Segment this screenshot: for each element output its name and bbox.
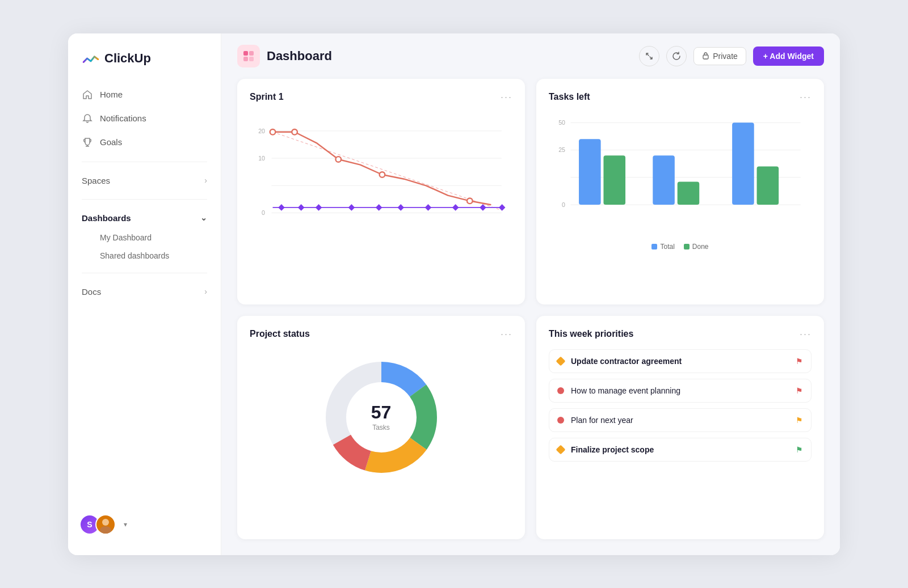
svg-line-16 — [273, 132, 502, 210]
logo[interactable]: ClickUp — [68, 49, 221, 83]
svg-text:0: 0 — [562, 201, 565, 208]
sidebar-item-shared-dashboards-label: Shared dashboards — [100, 251, 169, 260]
page-title: Dashboard — [267, 49, 332, 64]
avatar-photo — [95, 514, 116, 535]
priority-indicator-1 — [556, 356, 566, 366]
svg-point-20 — [380, 172, 385, 177]
svg-rect-45 — [757, 166, 779, 205]
donut-label: Tasks — [371, 424, 392, 432]
svg-rect-41 — [603, 155, 625, 205]
svg-rect-7 — [249, 57, 254, 61]
dashboard-grid: Sprint 1 ··· 20 10 0 — [221, 79, 840, 555]
sprint-widget-title: Sprint 1 — [250, 92, 284, 102]
tasks-left-widget-title: Tasks left — [549, 92, 590, 102]
priority-name-1: Update contractor agreement — [571, 357, 682, 366]
sidebar-section-dashboards-label: Dashboards — [82, 213, 131, 223]
bar-chart-svg: 50 25 0 — [549, 112, 812, 237]
svg-point-2 — [102, 519, 109, 526]
svg-marker-23 — [278, 204, 285, 211]
donut-number: 57 — [371, 403, 392, 421]
sidebar-item-shared-dashboards[interactable]: Shared dashboards — [75, 247, 214, 265]
add-widget-button[interactable]: + Add Widget — [753, 46, 824, 66]
priority-flag-4: ⚑ — [796, 445, 803, 454]
svg-rect-4 — [243, 51, 248, 56]
svg-rect-43 — [678, 181, 700, 205]
svg-rect-44 — [732, 122, 754, 205]
priority-name-2: How to manage event planning — [571, 386, 680, 395]
app-container: ClickUp Home Notifications — [68, 33, 840, 555]
sidebar-divider-3 — [82, 273, 207, 273]
private-label: Private — [713, 52, 738, 61]
sidebar-section-dashboards[interactable]: Dashboards ⌄ — [75, 208, 214, 229]
sidebar-section-spaces[interactable]: Spaces › — [75, 170, 214, 191]
priority-item-2[interactable]: How to manage event planning ⚑ — [549, 379, 812, 403]
priority-item-1[interactable]: Update contractor agreement ⚑ — [549, 349, 812, 373]
avatar-group[interactable]: S — [79, 514, 116, 535]
sidebar-section-docs[interactable]: Docs › — [75, 281, 214, 302]
project-status-widget-menu[interactable]: ··· — [501, 328, 512, 340]
svg-text:50: 50 — [558, 119, 565, 126]
svg-rect-42 — [653, 155, 675, 205]
tasks-left-widget-menu[interactable]: ··· — [800, 91, 812, 103]
svg-text:0: 0 — [262, 209, 265, 216]
legend-total-label: Total — [660, 243, 674, 251]
svg-marker-29 — [425, 204, 432, 211]
lock-icon — [702, 52, 709, 60]
logo-text: ClickUp — [104, 51, 151, 66]
main-content: Dashboard Private + Add Widget — [221, 33, 840, 555]
svg-text:25: 25 — [558, 146, 565, 153]
home-icon — [82, 89, 93, 100]
sidebar-item-goals[interactable]: Goals — [75, 131, 214, 154]
priority-indicator-4 — [556, 445, 566, 454]
svg-point-18 — [292, 129, 297, 134]
dashboard-icon-box — [237, 45, 260, 67]
refresh-button[interactable] — [666, 46, 687, 66]
svg-text:20: 20 — [258, 127, 265, 134]
header-actions: Private + Add Widget — [639, 46, 824, 66]
grid-icon — [242, 50, 255, 62]
sprint-widget: Sprint 1 ··· 20 10 0 — [237, 79, 525, 304]
priorities-widget-title: This week priorities — [549, 329, 633, 339]
tasks-left-widget: Tasks left ··· 50 25 0 — [536, 79, 824, 304]
sidebar-item-home-label: Home — [100, 90, 123, 99]
priorities-widget-menu[interactable]: ··· — [800, 328, 812, 340]
legend-done-label: Done — [692, 243, 709, 251]
priority-indicator-2 — [557, 387, 564, 394]
svg-point-21 — [467, 198, 473, 204]
svg-text:10: 10 — [258, 154, 265, 161]
sidebar-section-docs-label: Docs — [82, 287, 101, 297]
sidebar-divider-1 — [82, 162, 207, 162]
svg-marker-28 — [397, 204, 404, 211]
sidebar-item-home[interactable]: Home — [75, 83, 214, 106]
svg-marker-27 — [376, 204, 382, 211]
svg-rect-5 — [249, 51, 254, 56]
priority-flag-1: ⚑ — [796, 357, 803, 366]
priority-flag-3: ⚑ — [796, 416, 803, 425]
svg-point-17 — [270, 129, 276, 134]
sidebar-item-my-dashboard[interactable]: My Dashboard — [75, 229, 214, 247]
tasks-left-widget-header: Tasks left ··· — [549, 91, 812, 103]
svg-marker-24 — [298, 204, 305, 211]
chevron-right-icon-docs: › — [204, 287, 207, 296]
sprint-widget-header: Sprint 1 ··· — [250, 91, 512, 103]
priority-flag-2: ⚑ — [796, 386, 803, 395]
donut-center: 57 Tasks — [371, 403, 392, 432]
svg-rect-6 — [243, 57, 248, 61]
sprint-chart-svg: 20 10 0 — [250, 112, 512, 237]
priority-name-3: Plan for next year — [571, 416, 633, 425]
footer-dropdown-arrow[interactable]: ▾ — [124, 521, 127, 528]
priority-list: Update contractor agreement ⚑ How to man… — [549, 349, 812, 462]
expand-button[interactable] — [639, 46, 659, 66]
svg-point-19 — [335, 156, 341, 162]
sidebar-item-notifications[interactable]: Notifications — [75, 107, 214, 130]
priority-item-4[interactable]: Finalize project scope ⚑ — [549, 438, 812, 462]
chevron-down-icon: ⌄ — [200, 213, 207, 222]
donut-chart-wrapper: 57 Tasks — [250, 349, 512, 485]
svg-rect-8 — [703, 55, 708, 59]
priority-item-3[interactable]: Plan for next year ⚑ — [549, 408, 812, 432]
chevron-right-icon: › — [204, 176, 207, 185]
private-button[interactable]: Private — [693, 47, 746, 65]
sprint-widget-menu[interactable]: ··· — [501, 91, 512, 103]
priority-name-4: Finalize project scope — [571, 445, 654, 454]
legend-total: Total — [651, 243, 674, 251]
